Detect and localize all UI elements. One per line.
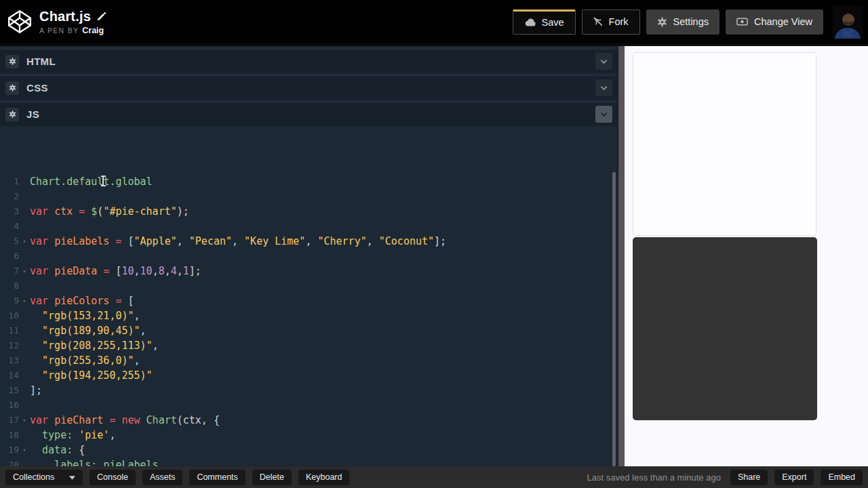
- fold-arrow-icon[interactable]: ▾: [19, 413, 30, 428]
- code-line-14[interactable]: 14 "rgb(194,250,255)": [0, 368, 618, 383]
- code-text: var pieLabels = ["Apple", "Pecan", "Key …: [30, 234, 446, 249]
- code-line-8[interactable]: 8: [0, 279, 618, 293]
- code-line-3[interactable]: 3var ctx = $("#pie-chart");: [0, 204, 618, 219]
- line-number: 6: [0, 249, 19, 264]
- line-number: 8: [0, 279, 19, 293]
- share-button[interactable]: Share: [730, 470, 768, 485]
- codepen-logo-icon[interactable]: [7, 9, 33, 35]
- line-number: 1: [0, 174, 19, 189]
- code-line-11[interactable]: 11 "rgb(189,90,45)",: [0, 323, 618, 338]
- save-button[interactable]: Save: [513, 9, 576, 35]
- fold-spacer: [19, 458, 30, 466]
- code-line-19[interactable]: 19▾ data: {: [0, 443, 618, 458]
- line-number: 5: [0, 234, 19, 249]
- console-button[interactable]: Console: [90, 470, 136, 485]
- js-collapse-chevron-icon[interactable]: [595, 106, 612, 123]
- fold-arrow-icon[interactable]: ▾: [19, 264, 30, 279]
- line-number: 9: [0, 293, 19, 308]
- panel-label-html: HTML: [26, 56, 56, 67]
- preview-dark-block: [633, 237, 817, 420]
- line-number: 19: [0, 443, 19, 458]
- code-line-20[interactable]: 20 labels: pieLabels,: [0, 458, 618, 466]
- fold-arrow-icon[interactable]: ▾: [19, 234, 30, 249]
- panel-header-css[interactable]: CSS: [0, 75, 618, 100]
- code-line-13[interactable]: 13 "rgb(255,36,0)",: [0, 353, 618, 368]
- codepen-editor-page: Chart.js A PEN BY Craig: [0, 0, 868, 488]
- code-line-5[interactable]: 5▾var pieLabels = ["Apple", "Pecan", "Ke…: [0, 234, 618, 249]
- edit-title-pencil-icon[interactable]: [97, 12, 106, 21]
- html-expand-chevron-icon[interactable]: [595, 53, 612, 70]
- code-line-12[interactable]: 12 "rgb(208,255,113)",: [0, 338, 618, 353]
- code-text: "rgb(194,250,255)": [30, 368, 153, 383]
- fold-spacer: [19, 353, 30, 368]
- assets-button[interactable]: Assets: [142, 470, 183, 485]
- code-line-9[interactable]: 9▾var pieColors = [: [0, 293, 618, 308]
- collections-dropdown-label: Collections: [13, 472, 54, 482]
- main-split: HTML CSS: [0, 43, 868, 466]
- keyboard-button[interactable]: Keyboard: [298, 470, 350, 485]
- code-text: "rgb(189,90,45)",: [30, 323, 146, 338]
- line-number: 20: [0, 458, 19, 466]
- code-text: var pieColors = [: [30, 293, 134, 308]
- fork-button[interactable]: Fork: [582, 9, 640, 35]
- line-number: 17: [0, 413, 19, 428]
- css-expand-chevron-icon[interactable]: [595, 79, 612, 96]
- export-button[interactable]: Export: [774, 470, 814, 485]
- line-number: 10: [0, 308, 19, 323]
- view-icon: [736, 18, 748, 26]
- fold-spacer: [19, 174, 30, 189]
- delete-button[interactable]: Delete: [252, 470, 292, 485]
- byline-prefix: A PEN BY: [39, 26, 79, 35]
- settings-button[interactable]: Settings: [646, 9, 719, 35]
- gear-icon: [657, 17, 667, 27]
- change-view-button[interactable]: Change View: [726, 9, 823, 35]
- code-line-17[interactable]: 17▾var pieChart = new Chart(ctx, {: [0, 413, 618, 428]
- preview-pane: [625, 46, 868, 466]
- change-view-button-label: Change View: [754, 16, 812, 27]
- code-line-1[interactable]: 1Chart.default.global: [0, 174, 618, 189]
- js-settings-gear-icon[interactable]: [5, 108, 19, 121]
- fork-icon: [593, 17, 603, 26]
- embed-button[interactable]: Embed: [821, 470, 863, 485]
- code-line-10[interactable]: 10 "rgb(153,21,0)",: [0, 308, 618, 323]
- comments-button[interactable]: Comments: [189, 470, 245, 485]
- line-number: 14: [0, 368, 19, 383]
- editor-preview-resizer[interactable]: [618, 46, 625, 466]
- code-text: data: {: [30, 443, 85, 458]
- panel-header-js[interactable]: JS: [0, 102, 618, 126]
- collections-dropdown[interactable]: Collections: [5, 470, 83, 485]
- code-line-15[interactable]: 15];: [0, 383, 618, 398]
- line-number: 18: [0, 428, 19, 443]
- editor-scrollbar[interactable]: [612, 172, 616, 466]
- line-number: 16: [0, 398, 19, 413]
- code-line-6[interactable]: 6: [0, 249, 618, 264]
- css-settings-gear-icon[interactable]: [5, 81, 19, 95]
- logo-block: Chart.js A PEN BY Craig: [0, 9, 106, 35]
- footer-right-actions: Last saved less than a minute ago ShareE…: [587, 470, 863, 485]
- header-actions: Save Fork: [513, 0, 868, 43]
- user-avatar[interactable]: [833, 5, 863, 39]
- code-line-7[interactable]: 7▾var pieData = [10,10,8,4,1];: [0, 264, 618, 279]
- bottom-toolbar: Collections ConsoleAssetsCommentsDeleteK…: [0, 466, 868, 488]
- author-link[interactable]: Craig: [82, 26, 104, 35]
- line-number: 13: [0, 353, 19, 368]
- fold-arrow-icon[interactable]: ▾: [19, 443, 30, 458]
- code-text: "rgb(208,255,113)",: [30, 338, 159, 353]
- fold-spacer: [19, 398, 30, 413]
- html-settings-gear-icon[interactable]: [5, 55, 19, 68]
- code-text: Chart.default.global: [30, 174, 153, 189]
- fork-button-label: Fork: [609, 16, 629, 27]
- fold-spacer: [19, 368, 30, 383]
- line-number: 11: [0, 323, 19, 338]
- code-line-4[interactable]: 4: [0, 219, 618, 234]
- fold-arrow-icon[interactable]: ▾: [19, 293, 30, 308]
- fold-spacer: [19, 338, 30, 353]
- line-number: 15: [0, 383, 19, 398]
- code-line-2[interactable]: 2: [0, 189, 618, 204]
- footer-left-actions: Collections ConsoleAssetsCommentsDeleteK…: [5, 470, 349, 485]
- code-line-18[interactable]: 18 type: 'pie',: [0, 428, 618, 443]
- code-line-16[interactable]: 16: [0, 398, 618, 413]
- panel-header-html[interactable]: HTML: [0, 49, 618, 73]
- js-code-editor[interactable]: 1Chart.default.global23var ctx = $("#pie…: [0, 171, 618, 466]
- panel-label-css: CSS: [26, 82, 48, 94]
